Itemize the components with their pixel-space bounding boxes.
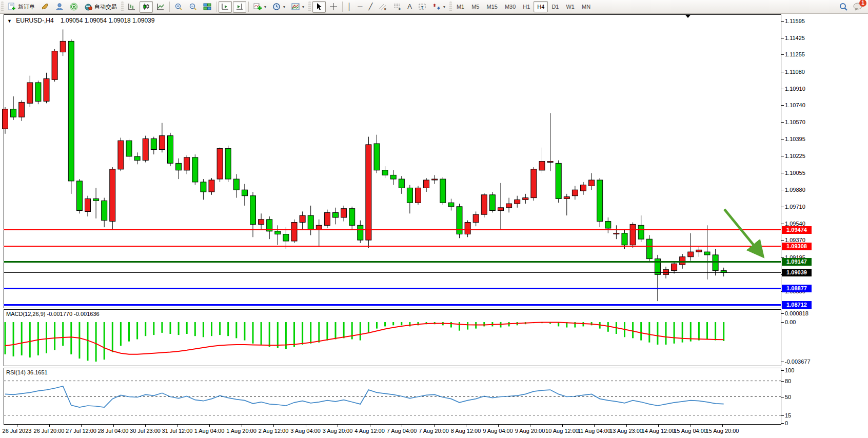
resistance-line-1[interactable]	[4, 229, 781, 230]
current-price-line[interactable]	[4, 272, 781, 273]
price-axis-label: 1.10740	[785, 102, 805, 108]
new-order-button[interactable]: 新订单	[5, 1, 37, 13]
price-axis-label: 1.11595	[785, 18, 805, 24]
vertical-line-button[interactable]: │	[345, 1, 354, 13]
price-axis-tick	[781, 122, 784, 123]
dropdown-caret: ▾	[283, 5, 285, 9]
equidistant-channel-icon: E	[379, 3, 387, 11]
templates-button[interactable]: ▾	[289, 1, 307, 13]
timeframe-button-h1[interactable]: H1	[519, 1, 534, 12]
candlestick-chart-icon	[142, 3, 150, 11]
arrows-button[interactable]: ▾	[430, 1, 448, 13]
alerts-button[interactable]	[38, 1, 52, 13]
timeframe-button-h4[interactable]: H4	[534, 1, 548, 12]
time-axis-label: 7 Aug 20:00	[419, 428, 449, 434]
support-line-green[interactable]	[4, 261, 781, 263]
crosshair-button[interactable]	[327, 1, 340, 13]
label-button[interactable]: T	[416, 1, 429, 13]
time-axis-label: 26 Jul 20:00	[34, 428, 65, 434]
price-axis-label: 1.10055	[785, 170, 805, 176]
support-line-green-price-badge: 1.09147	[782, 258, 812, 266]
support-line-blue-1[interactable]	[4, 288, 781, 289]
indicators-button[interactable]: ▾	[251, 1, 269, 13]
search-icon[interactable]	[839, 3, 848, 11]
time-axis-tick	[658, 425, 659, 427]
price-axis-tick	[781, 173, 784, 173]
price-axis-tick	[781, 54, 784, 55]
time-axis-tick	[722, 425, 723, 427]
toolbar-drag-handle[interactable]	[121, 2, 124, 12]
dropdown-caret: ▾	[443, 5, 445, 9]
timeframe-button-m1[interactable]: M1	[453, 1, 468, 12]
macd-axis-label: -0.003677	[785, 359, 811, 365]
toolbar-drag-handle[interactable]	[1, 2, 4, 12]
time-axis-label: 1 Aug 20:00	[226, 428, 257, 434]
price-axis-tick	[781, 21, 784, 22]
time-axis-tick	[370, 425, 370, 427]
rsi-axis-tick	[781, 415, 784, 416]
time-axis-label: 31 Jul 12:00	[162, 428, 193, 434]
chat-button[interactable]: 1	[853, 2, 863, 12]
svg-text:T: T	[421, 5, 423, 10]
autotrade-robot-icon	[84, 3, 92, 11]
vertical-line-icon: │	[347, 3, 351, 11]
zoom-in-icon	[174, 3, 183, 11]
signals-button[interactable]	[67, 1, 81, 13]
community-button[interactable]	[53, 1, 66, 13]
chevron-down-icon[interactable]: ▼	[7, 18, 12, 24]
macd-axis-label: 0.000818	[785, 310, 808, 316]
notification-badge: 1	[859, 0, 866, 7]
candlestick-chart-type-button[interactable]	[140, 1, 153, 13]
toolbar-drag-handle[interactable]	[449, 2, 452, 12]
timeframe-button-m30[interactable]: M30	[501, 1, 519, 12]
price-axis-label: 1.11255	[785, 51, 805, 57]
chart-title-bar[interactable]: ▼ EURUSD-,H4 1.09054 1.09054 1.09018 1.0…	[7, 17, 154, 24]
tile-windows-button[interactable]	[201, 1, 214, 13]
price-axis-tick	[781, 224, 784, 224]
timeframe-button-m15[interactable]: M15	[483, 1, 501, 12]
trendline-button[interactable]: ╱	[366, 1, 375, 13]
autotrade-button[interactable]: 自动交易	[82, 1, 120, 13]
chart-shift-button[interactable]	[233, 1, 246, 13]
line-chart-type-button[interactable]	[154, 1, 167, 13]
auto-scroll-button[interactable]	[219, 1, 232, 13]
resistance-line-2-price-badge: 1.09308	[782, 243, 812, 250]
time-axis-tick	[306, 425, 306, 427]
templates-icon	[291, 3, 300, 11]
periods-button[interactable]: ▾	[270, 1, 288, 13]
text-button[interactable]: A	[405, 1, 415, 13]
macd-axis-tick	[781, 322, 784, 323]
dropdown-caret: ▾	[302, 5, 304, 9]
timeframe-button-w1[interactable]: W1	[562, 1, 578, 12]
toolbar-drag-handle[interactable]	[308, 2, 311, 12]
support-line-blue-2[interactable]	[4, 304, 781, 306]
zoom-in-button[interactable]	[172, 1, 185, 13]
cursor-button[interactable]	[312, 1, 326, 13]
time-axis-label: 15 Aug 20:00	[706, 428, 739, 434]
svg-text:F: F	[399, 8, 401, 11]
time-axis-tick	[594, 425, 595, 427]
macd-panel[interactable]	[4, 309, 781, 366]
time-axis-tick	[145, 425, 146, 427]
rsi-panel[interactable]	[4, 368, 781, 425]
time-axis-label: 15 Aug 04:00	[674, 428, 707, 434]
resistance-line-2[interactable]	[4, 246, 781, 247]
timeframe-button-m5[interactable]: M5	[468, 1, 483, 12]
time-axis-label: 26 Jul 2023	[3, 428, 32, 434]
rsi-axis-label: 80	[785, 378, 791, 384]
time-axis-label: 28 Jul 04:00	[98, 428, 129, 434]
bar-chart-type-button[interactable]	[125, 1, 139, 13]
horizontal-line-button[interactable]: ─	[355, 1, 365, 13]
toolbar-separator	[169, 2, 170, 12]
horizontal-line-icon: ─	[358, 3, 362, 11]
current-price-line-price-badge: 1.09039	[782, 269, 812, 276]
mt4-window: 新订单 自动交易	[0, 0, 868, 438]
zoom-out-button[interactable]	[186, 1, 200, 13]
time-axis-label: 1 Aug 04:00	[194, 428, 225, 434]
price-axis-tick	[781, 72, 784, 72]
channel-button[interactable]: E	[376, 1, 389, 13]
main-chart-panel[interactable]	[4, 14, 781, 308]
fibonacci-button[interactable]: F	[390, 1, 404, 13]
timeframe-button-mn[interactable]: MN	[578, 1, 594, 12]
timeframe-button-d1[interactable]: D1	[548, 1, 562, 12]
